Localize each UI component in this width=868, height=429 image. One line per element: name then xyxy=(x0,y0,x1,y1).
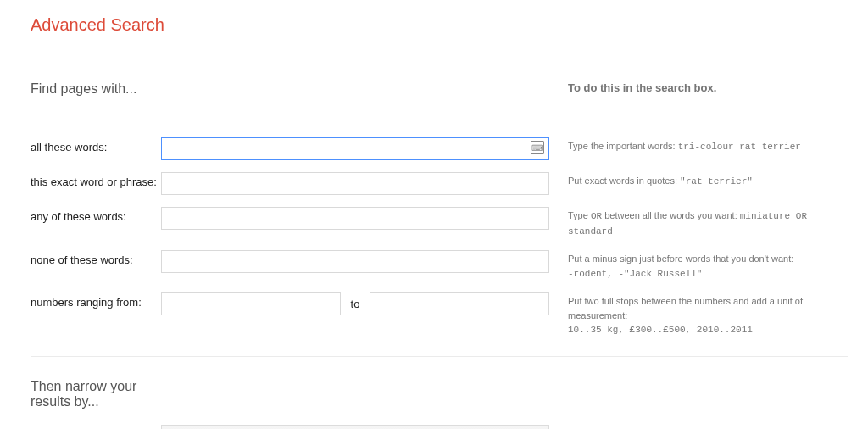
hint-header: To do this in the search box. xyxy=(568,81,716,94)
range-to-label: to xyxy=(341,298,370,310)
hint-all-words: Type the important words: tri-colour rat… xyxy=(549,137,848,154)
divider xyxy=(31,356,848,357)
hint-none: Put a minus sign just before words that … xyxy=(549,250,848,281)
label-exact: this exact word or phrase: xyxy=(31,172,161,188)
main-container: Find pages with... To do this in the sea… xyxy=(0,47,848,429)
label-any: any of these words: xyxy=(31,207,161,223)
keyboard-icon[interactable]: ⌨ xyxy=(531,141,544,154)
select-language[interactable]: any language ▼ xyxy=(161,425,549,430)
hint-exact: Put exact words in quotes: "rat terrier" xyxy=(549,172,848,189)
row-any: any of these words: Type OR between all … xyxy=(31,207,848,238)
row-language: language: any language ▼ Find pages in t… xyxy=(31,425,848,430)
label-language: language: xyxy=(31,425,161,430)
input-range-to[interactable] xyxy=(370,292,549,315)
label-range: numbers ranging from: xyxy=(31,292,161,309)
row-all-words: all these words: ⌨ Type the important wo… xyxy=(31,137,848,160)
page-header: Advanced Search xyxy=(0,0,868,47)
hint-range: Put two full stops between the numbers a… xyxy=(549,292,848,337)
input-any[interactable] xyxy=(161,207,549,230)
page-title: Advanced Search xyxy=(31,15,868,35)
row-exact: this exact word or phrase: Put exact wor… xyxy=(31,172,848,195)
label-none: none of these words: xyxy=(31,250,161,266)
input-range-from[interactable] xyxy=(161,292,341,315)
hint-any: Type OR between all the words you want: … xyxy=(549,207,848,238)
input-exact[interactable] xyxy=(161,172,549,195)
row-range: numbers ranging from: to Put two full st… xyxy=(31,292,848,337)
section-narrow-title: Then narrow your results by... xyxy=(31,379,166,410)
input-all-words[interactable] xyxy=(161,137,549,160)
section-find-title: Find pages with... xyxy=(31,81,161,97)
row-none: none of these words: Put a minus sign ju… xyxy=(31,250,848,281)
input-none[interactable] xyxy=(161,250,549,273)
label-all-words: all these words: xyxy=(31,137,161,153)
hint-language: Find pages in the language that you sele… xyxy=(549,425,848,430)
